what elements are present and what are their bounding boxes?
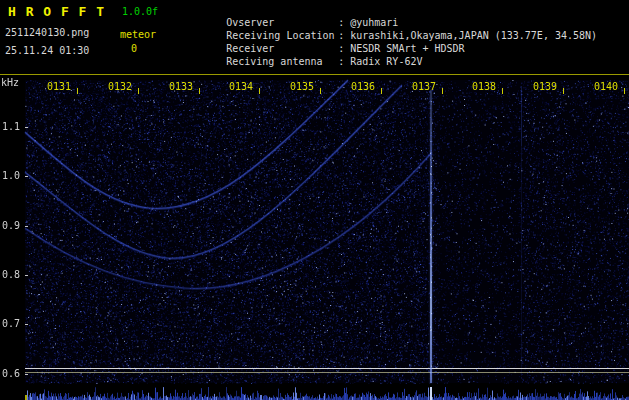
hrofft-output-image: H R O F F T 1.0.0f 2511240130.png meteor… (0, 0, 629, 400)
y-tick-label: 1.1 (2, 122, 20, 132)
x-tick-label: 0132 (108, 82, 132, 92)
y-tick-label: 0.6 (2, 369, 20, 379)
x-tick-label: 0135 (290, 82, 314, 92)
info-value: @yuhmari (338, 17, 398, 28)
x-tick-label: 0134 (229, 82, 253, 92)
x-tick-label: 0133 (169, 82, 193, 92)
info-label: Receiver (226, 42, 338, 55)
info-value: NESDR SMArt + HDSDR (338, 43, 464, 54)
info-label: Receiving Location (226, 29, 338, 42)
x-tick-label: 0137 (412, 82, 436, 92)
spectrogram-canvas (0, 76, 629, 400)
header: H R O F F T 1.0.0f 2511240130.png meteor… (0, 0, 629, 74)
app-version: 1.0.0f (122, 6, 158, 17)
x-tick-label: 0140 (594, 82, 618, 92)
x-tick-label: 0131 (47, 82, 71, 92)
meteor-count-label: meteor (120, 29, 156, 40)
y-tick-label: 0.7 (2, 319, 20, 329)
x-tick-label: 0136 (351, 82, 375, 92)
info-row-observer: Ovserver@yuhmari (178, 3, 597, 16)
x-tick-label: 0139 (533, 82, 557, 92)
meteor-count-value: 0 (131, 43, 137, 54)
observer-info: Ovserver@yuhmari Receiving Locationkuras… (178, 3, 597, 55)
output-filename: 2511240130.png (5, 27, 89, 38)
header-separator-line (0, 74, 629, 75)
x-tick-label: 0138 (472, 82, 496, 92)
info-label: Ovserver (226, 16, 338, 29)
info-label: Reciving antenna (226, 55, 338, 68)
info-value: Radix RY-62V (338, 56, 422, 67)
y-tick-label: 0.9 (2, 221, 20, 231)
y-axis-unit: kHz (1, 78, 19, 88)
info-value: kurashiki,Okayama,JAPAN (133.77E, 34.58N… (338, 30, 597, 41)
y-tick-label: 1.0 (2, 171, 20, 181)
y-tick-label: 0.8 (2, 270, 20, 280)
app-title: H R O F F T (8, 4, 105, 19)
observation-datetime: 25.11.24 01:30 (5, 45, 89, 56)
